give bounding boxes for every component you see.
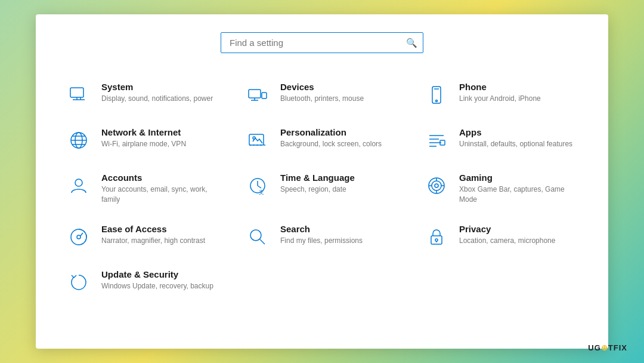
svg-rect-4 bbox=[249, 90, 261, 98]
apps-icon bbox=[423, 127, 450, 153]
setting-desc-accounts: Your accounts, email, sync, work, family bbox=[101, 184, 221, 205]
svg-line-26 bbox=[258, 186, 261, 188]
setting-item-personalization[interactable]: Personalization Background, lock screen,… bbox=[239, 116, 405, 162]
svg-rect-5 bbox=[262, 93, 267, 99]
setting-title-gaming: Gaming bbox=[459, 173, 578, 183]
settings-grid: System Display, sound, notifications, po… bbox=[60, 71, 584, 304]
ease-icon bbox=[66, 224, 92, 250]
setting-title-system: System bbox=[101, 82, 213, 92]
update-icon bbox=[66, 269, 92, 296]
setting-desc-ease: Narrator, magnifier, high contrast bbox=[101, 236, 205, 246]
setting-item-gaming[interactable]: Gaming Xbox Game Bar, captures, Game Mod… bbox=[417, 162, 584, 213]
svg-point-9 bbox=[436, 100, 438, 102]
svg-line-39 bbox=[260, 239, 265, 244]
setting-desc-gaming: Xbox Game Bar, captures, Game Mode bbox=[459, 184, 578, 205]
svg-rect-0 bbox=[70, 88, 83, 97]
setting-item-search[interactable]: Search Find my files, permissions bbox=[239, 213, 405, 259]
setting-item-privacy[interactable]: Privacy Location, camera, microphone bbox=[417, 213, 584, 259]
setting-desc-devices: Bluetooth, printers, mouse bbox=[280, 94, 364, 104]
setting-title-update: Update & Security bbox=[101, 269, 213, 279]
network-icon bbox=[66, 127, 92, 153]
svg-rect-40 bbox=[431, 236, 442, 244]
setting-desc-search: Find my files, permissions bbox=[280, 236, 363, 246]
setting-item-network[interactable]: Network & Internet Wi-Fi, airplane mode,… bbox=[60, 116, 227, 162]
setting-desc-privacy: Location, camera, microphone bbox=[459, 236, 555, 246]
setting-desc-personalization: Background, lock screen, colors bbox=[280, 139, 382, 149]
setting-item-accounts[interactable]: Accounts Your accounts, email, sync, wor… bbox=[60, 162, 227, 213]
settings-window: 🔍 System Display, sound, notifications, … bbox=[36, 14, 608, 349]
setting-title-time: Time & Language bbox=[280, 173, 355, 183]
svg-point-17 bbox=[253, 137, 255, 139]
privacy-icon bbox=[423, 224, 450, 250]
setting-title-accounts: Accounts bbox=[101, 173, 221, 183]
setting-title-personalization: Personalization bbox=[280, 127, 382, 137]
time-icon: 文 bbox=[244, 173, 271, 199]
svg-text:文: 文 bbox=[259, 189, 264, 195]
svg-point-30 bbox=[435, 184, 438, 187]
gaming-icon bbox=[423, 173, 450, 199]
setting-item-ease[interactable]: Ease of Access Narrator, magnifier, high… bbox=[60, 213, 227, 259]
svg-point-36 bbox=[77, 235, 80, 239]
setting-desc-network: Wi-Fi, airplane mode, VPN bbox=[101, 139, 186, 149]
setting-title-phone: Phone bbox=[459, 82, 541, 92]
setting-title-ease: Ease of Access bbox=[101, 224, 205, 234]
setting-title-devices: Devices bbox=[280, 82, 364, 92]
setting-title-search: Search bbox=[280, 224, 363, 234]
personalization-icon bbox=[244, 127, 271, 153]
setting-item-time[interactable]: 文 Time & Language Speech, region, date bbox=[239, 162, 405, 213]
svg-point-38 bbox=[250, 230, 261, 241]
watermark: UG⊕TFIX bbox=[588, 343, 627, 352]
search-icon bbox=[244, 224, 271, 250]
setting-desc-time: Speech, region, date bbox=[280, 184, 355, 195]
setting-title-apps: Apps bbox=[459, 127, 572, 137]
setting-title-network: Network & Internet bbox=[101, 127, 186, 137]
accounts-icon bbox=[66, 173, 92, 199]
search-bar-container: 🔍 bbox=[221, 32, 423, 53]
setting-item-system[interactable]: System Display, sound, notifications, po… bbox=[60, 71, 227, 116]
setting-title-privacy: Privacy bbox=[459, 224, 555, 234]
setting-desc-apps: Uninstall, defaults, optional features bbox=[459, 139, 572, 149]
svg-point-29 bbox=[432, 181, 441, 190]
svg-line-37 bbox=[80, 233, 83, 236]
setting-item-apps[interactable]: Apps Uninstall, defaults, optional featu… bbox=[417, 116, 584, 162]
svg-point-41 bbox=[435, 239, 438, 241]
devices-icon bbox=[244, 82, 271, 108]
setting-item-phone[interactable]: Phone Link your Android, iPhone bbox=[417, 71, 584, 116]
system-icon bbox=[66, 82, 92, 108]
search-input[interactable] bbox=[221, 32, 423, 53]
svg-point-23 bbox=[75, 179, 82, 186]
phone-icon bbox=[423, 82, 450, 108]
setting-desc-phone: Link your Android, iPhone bbox=[459, 94, 541, 104]
setting-desc-update: Windows Update, recovery, backup bbox=[101, 281, 213, 291]
setting-desc-system: Display, sound, notifications, power bbox=[101, 94, 213, 104]
setting-item-update[interactable]: Update & Security Windows Update, recove… bbox=[60, 259, 227, 304]
setting-item-devices[interactable]: Devices Bluetooth, printers, mouse bbox=[239, 71, 405, 116]
